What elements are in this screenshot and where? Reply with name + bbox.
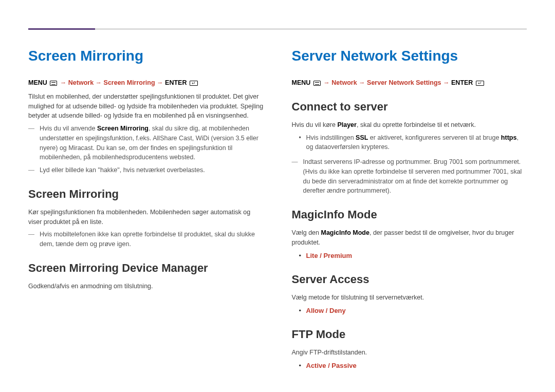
note-item: Indtast serverens IP-adresse og portnumm… bbox=[292, 157, 527, 196]
option-item: Active / Passive bbox=[292, 361, 527, 371]
bold-term: https bbox=[501, 134, 517, 141]
menu-icon bbox=[313, 81, 321, 86]
right-title: Server Network Settings bbox=[292, 45, 527, 67]
option-item: Lite / Premium bbox=[292, 251, 527, 261]
nav-segment: Server Network Settings bbox=[367, 79, 441, 86]
text: Vælg den bbox=[292, 229, 321, 236]
arrow-icon: → bbox=[443, 79, 451, 86]
note-item: Lyd eller billede kan "hakke", hvis netv… bbox=[28, 165, 264, 175]
body-text: Angiv FTP-driftstilstanden. bbox=[292, 348, 527, 358]
note-list: Hvis mobiltelefonen ikke kan oprette for… bbox=[28, 230, 264, 249]
left-column: Screen Mirroring MENU → Network → Screen… bbox=[28, 45, 264, 378]
bullet-item: Hvis indstillingen SSL er aktiveret, kon… bbox=[292, 133, 527, 153]
header-rule bbox=[28, 28, 527, 30]
menu-icon bbox=[50, 81, 57, 86]
enter-label: ENTER bbox=[451, 79, 473, 86]
left-nav-path: MENU → Network → Screen Mirroring → ENTE… bbox=[28, 78, 264, 88]
arrow-icon: → bbox=[60, 79, 68, 86]
bold-term: MagicInfo Mode bbox=[321, 229, 369, 236]
body-text: Vælg den MagicInfo Mode, der passer beds… bbox=[292, 228, 527, 248]
option-list: Lite / Premium bbox=[292, 251, 527, 261]
thin-rule bbox=[95, 29, 527, 29]
nav-segment: Network bbox=[68, 79, 94, 86]
bullet-list: Hvis indstillingen SSL er aktiveret, kon… bbox=[292, 133, 527, 153]
body-text: Godkend/afvis en anmodning om tilslutnin… bbox=[28, 282, 264, 291]
menu-label: MENU bbox=[292, 79, 311, 86]
bold-term: Screen Mirroring bbox=[97, 125, 149, 132]
text: Hvis du vil køre bbox=[292, 121, 338, 128]
sub-heading: MagicInfo Mode bbox=[292, 206, 527, 223]
arrow-icon: → bbox=[96, 79, 104, 86]
bold-term: Player bbox=[337, 121, 357, 128]
text: Hvis du vil anvende bbox=[40, 125, 97, 132]
text: er aktiveret, konfigureres serveren til … bbox=[368, 134, 501, 141]
nav-segment: Network bbox=[331, 79, 357, 86]
option-list: Allow / Deny bbox=[292, 306, 527, 316]
arrow-icon: → bbox=[359, 79, 367, 86]
body-text: Hvis du vil køre Player, skal du oprette… bbox=[292, 120, 527, 130]
right-nav-path: MENU → Network → Server Network Settings… bbox=[292, 78, 527, 88]
left-title: Screen Mirroring bbox=[28, 45, 264, 67]
sub-heading: FTP Mode bbox=[292, 326, 527, 343]
bold-term: SSL bbox=[356, 134, 368, 141]
right-column: Server Network Settings MENU → Network →… bbox=[292, 45, 527, 378]
sub-heading: Screen Mirroring bbox=[28, 185, 264, 202]
nav-segment: Screen Mirroring bbox=[104, 79, 155, 86]
sub-heading: Connect to server bbox=[292, 98, 527, 115]
menu-label: MENU bbox=[28, 79, 47, 86]
accent-bar bbox=[28, 28, 95, 30]
body-text: Vælg metode for tilslutning til serverne… bbox=[292, 293, 527, 303]
text: , skal du oprette forbindelse til et net… bbox=[357, 121, 476, 128]
content-columns: Screen Mirroring MENU → Network → Screen… bbox=[28, 45, 527, 378]
option-item: Allow / Deny bbox=[292, 306, 527, 316]
intro-text: Tilslut en mobilenhed, der understøtter … bbox=[28, 92, 264, 121]
enter-label: ENTER bbox=[165, 79, 187, 86]
note-list: Indtast serverens IP-adresse og portnumm… bbox=[292, 157, 527, 196]
arrow-icon: → bbox=[323, 79, 331, 86]
body-text: Kør spejlingsfunktionen fra mobilenheden… bbox=[28, 208, 264, 227]
note-item: Hvis du vil anvende Screen Mirroring, sk… bbox=[28, 124, 264, 162]
sub-heading: Server Access bbox=[292, 271, 527, 288]
text: Hvis indstillingen bbox=[306, 134, 356, 141]
option-list: Active / Passive bbox=[292, 361, 527, 371]
note-list: Hvis du vil anvende Screen Mirroring, sk… bbox=[28, 124, 264, 175]
sub-heading: Screen Mirroring Device Manager bbox=[28, 259, 264, 276]
enter-icon bbox=[476, 81, 484, 86]
enter-icon bbox=[190, 81, 198, 86]
arrow-icon: → bbox=[157, 79, 165, 86]
note-item: Hvis mobiltelefonen ikke kan oprette for… bbox=[28, 230, 264, 249]
